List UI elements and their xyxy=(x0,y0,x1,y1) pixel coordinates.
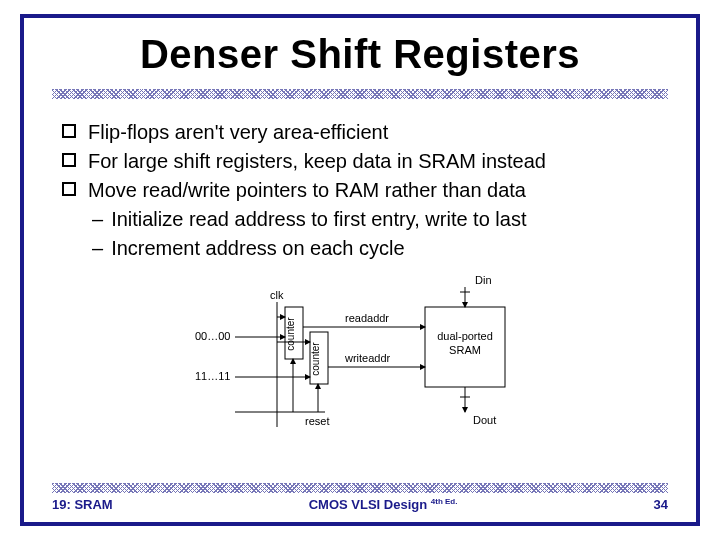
bullet-item: Flip-flops aren't very area-efficient xyxy=(62,119,658,146)
bullet-text: Move read/write pointers to RAM rather t… xyxy=(88,177,526,204)
sram-label-line2: SRAM xyxy=(449,344,481,356)
subbullet-text: Increment address on each cycle xyxy=(111,235,405,262)
diagram-svg: counter counter dual-ported SRAM clk rea… xyxy=(175,272,545,437)
footer-center-sup: 4th Ed. xyxy=(431,497,458,506)
dash-icon: – xyxy=(92,206,103,233)
slide-frame: Denser Shift Registers Flip-flops aren't… xyxy=(20,14,700,526)
counter-label: counter xyxy=(285,317,296,351)
dout-label: Dout xyxy=(473,414,496,426)
clk-label: clk xyxy=(270,289,284,301)
bullet-item: For large shift registers, keep data in … xyxy=(62,148,658,175)
slide-footer: 19: SRAM CMOS VLSI Design 4th Ed. 34 xyxy=(52,483,668,512)
divider-bottom xyxy=(52,483,668,493)
checkbox-icon xyxy=(62,182,76,196)
footer-center: CMOS VLSI Design 4th Ed. xyxy=(113,497,654,512)
footer-center-main: CMOS VLSI Design xyxy=(309,497,427,512)
subbullet-item: – Initialize read address to first entry… xyxy=(62,206,658,233)
checkbox-icon xyxy=(62,153,76,167)
sram-label-line1: dual-ported xyxy=(437,330,493,342)
dash-icon: – xyxy=(92,235,103,262)
init-read-label: 00…00 xyxy=(195,330,230,342)
footer-left: 19: SRAM xyxy=(52,497,113,512)
subbullet-item: – Increment address on each cycle xyxy=(62,235,658,262)
bullet-item: Move read/write pointers to RAM rather t… xyxy=(62,177,658,204)
slide-title: Denser Shift Registers xyxy=(24,18,696,83)
readaddr-label: readaddr xyxy=(345,312,389,324)
block-diagram: counter counter dual-ported SRAM clk rea… xyxy=(62,272,658,437)
init-write-label: 11…11 xyxy=(195,370,230,382)
din-label: Din xyxy=(475,274,492,286)
divider-top xyxy=(52,89,668,99)
reset-label: reset xyxy=(305,415,329,427)
bullet-text: For large shift registers, keep data in … xyxy=(88,148,546,175)
writeaddr-label: writeaddr xyxy=(344,352,391,364)
footer-right: 34 xyxy=(654,497,668,512)
checkbox-icon xyxy=(62,124,76,138)
slide-content: Flip-flops aren't very area-efficient Fo… xyxy=(24,105,696,437)
counter-label: counter xyxy=(310,342,321,376)
subbullet-text: Initialize read address to first entry, … xyxy=(111,206,526,233)
bullet-text: Flip-flops aren't very area-efficient xyxy=(88,119,388,146)
